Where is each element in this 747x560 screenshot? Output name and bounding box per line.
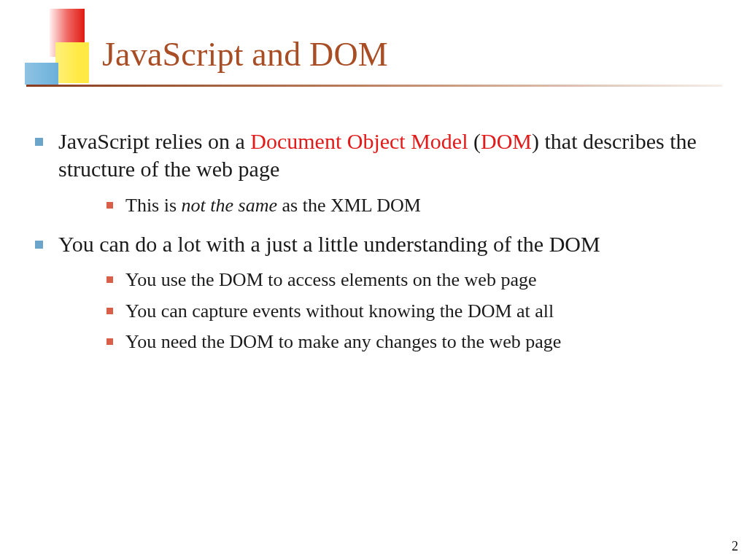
bullet-2-sub-2: You can capture events without knowing t…: [105, 297, 729, 326]
bullet-1-pre: JavaScript relies on a: [58, 129, 250, 153]
bullet-1: JavaScript relies on a Document Object M…: [29, 128, 729, 220]
slide-content: JavaScript relies on a Document Object M…: [29, 128, 729, 367]
page-number: 2: [732, 539, 738, 554]
bullet-2: You can do a lot with a just a little un…: [29, 230, 729, 357]
bullet-1-sub-1: This is not the same as the XML DOM: [105, 191, 729, 220]
bullet-2-sub-1: You use the DOM to access elements on th…: [105, 265, 729, 295]
corner-yellow-box: [55, 42, 89, 83]
bullet-1-sub-1a: This is: [125, 195, 182, 216]
bullet-2-sub-3: You need the DOM to make any changes to …: [105, 327, 729, 357]
bullet-1-hl2: DOM: [481, 129, 532, 153]
corner-blue-box: [25, 63, 58, 85]
slide-title: JavaScript and DOM: [102, 35, 388, 74]
bullet-1-hl1: Document Object Model: [250, 129, 468, 153]
bullet-1-mid: (: [468, 129, 481, 153]
corner-graphic: [0, 0, 117, 117]
bullet-1-sub-1-ital: not the same: [182, 195, 277, 216]
bullet-2-text: You can do a lot with a just a little un…: [58, 232, 600, 256]
bullet-1-sub-1b: as the XML DOM: [277, 195, 421, 216]
corner-red-box: [50, 9, 85, 57]
title-rule: [26, 85, 722, 87]
